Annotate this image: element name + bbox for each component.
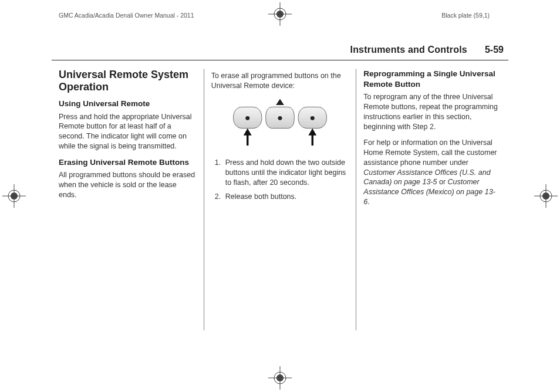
svg-point-7 bbox=[276, 374, 284, 381]
content-sheet: Instruments and Controls 5-59 Universal … bbox=[52, 36, 508, 356]
para-using: Press and hold the appropriate Universal… bbox=[59, 112, 197, 152]
columns: Universal Remote System Operation Using … bbox=[52, 60, 508, 330]
page-number: 5-59 bbox=[485, 45, 504, 55]
svg-point-3 bbox=[276, 11, 284, 18]
help-text-1: For help or information on the Universal… bbox=[363, 138, 497, 167]
crop-mark-right bbox=[534, 184, 558, 208]
para-erase-intro: To erase all programmed buttons on the U… bbox=[211, 71, 349, 91]
svg-point-11 bbox=[11, 192, 18, 200]
erase-steps: Press and hold down the two outside butt… bbox=[211, 158, 349, 202]
page-root: GMC Acadia/Acadia Denali Owner Manual - … bbox=[0, 0, 560, 392]
subhead-reprogram: Reprogramming a Single Universal Remote … bbox=[363, 69, 501, 90]
column-3: Reprogramming a Single Universal Remote … bbox=[356, 69, 508, 330]
svg-point-15 bbox=[542, 192, 549, 200]
step-2: Release both buttons. bbox=[223, 192, 349, 202]
para-help: For help or information on the Universal… bbox=[363, 138, 501, 207]
topic-heading: Universal Remote System Operation bbox=[59, 69, 197, 93]
svg-marker-24 bbox=[308, 128, 316, 145]
section-title: Instruments and Controls bbox=[350, 45, 467, 55]
svg-marker-16 bbox=[276, 99, 284, 104]
running-head: Instruments and Controls 5-59 bbox=[52, 36, 508, 60]
subhead-using: Using Universal Remote bbox=[59, 99, 197, 109]
svg-marker-23 bbox=[244, 128, 252, 145]
svg-point-22 bbox=[311, 116, 315, 120]
column-2: To erase all programmed buttons on the U… bbox=[204, 69, 356, 330]
svg-point-20 bbox=[278, 116, 282, 120]
column-1: Universal Remote System Operation Using … bbox=[52, 69, 204, 330]
help-text-3: . bbox=[367, 198, 369, 206]
doc-title: GMC Acadia/Acadia Denali Owner Manual - … bbox=[59, 12, 194, 19]
plate-label: Black plate (59,1) bbox=[441, 12, 490, 19]
svg-point-18 bbox=[245, 116, 249, 120]
crop-mark-bottom bbox=[268, 366, 292, 390]
para-reprogram: To reprogram any of the three Universal … bbox=[363, 92, 501, 132]
para-erasing: All programmed buttons should be erased … bbox=[59, 170, 197, 200]
crop-mark-left bbox=[2, 184, 26, 208]
crop-mark-top bbox=[268, 2, 292, 26]
subhead-erasing: Erasing Universal Remote Buttons bbox=[59, 157, 197, 168]
step-1: Press and hold down the two outside butt… bbox=[223, 158, 349, 188]
help-text-2: or bbox=[437, 178, 447, 186]
remote-buttons-illustration bbox=[211, 97, 349, 150]
